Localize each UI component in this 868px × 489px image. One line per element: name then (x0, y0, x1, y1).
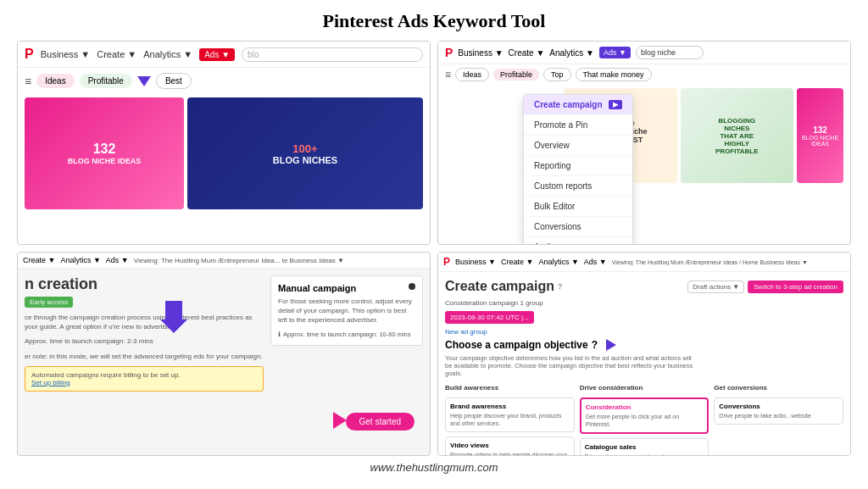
ss1-card2-num: 100+ (292, 142, 317, 155)
ss2-dropdown-bulk[interactable]: Bulk Editor (524, 197, 632, 217)
ss2-filter-icon: ≡ (445, 69, 451, 81)
ss3-setup-billing-link[interactable]: Set up billing (31, 379, 70, 386)
ss4-card-catalogue-name: Catalogue sales (585, 443, 704, 451)
ss1-blog-niches-wide: 100+ BLOG NICHES (187, 97, 423, 209)
ss4-obj-help-icon: ? (592, 339, 598, 351)
ss2-card-num: 132 (813, 125, 827, 135)
ss2-dropdown-reporting[interactable]: Reporting (524, 156, 632, 176)
ss3-timing: Approx. time to launch campaign: 2-3 min… (25, 336, 264, 346)
ss2-nav-ads[interactable]: Ads ▼ (599, 47, 631, 58)
ss4-card-brand[interactable]: Brand awareness Help people discover you… (445, 397, 575, 432)
ss3-left-panel: n creation Early access ce through the c… (25, 275, 264, 439)
screenshot-3: Create ▼ Analytics ▼ Ads ▼ Viewing: The … (17, 252, 431, 456)
screenshots-grid: P Business ▼ Create ▼ Analytics ▼ Ads ▼ … (0, 41, 868, 456)
ss4-switch-btn[interactable]: Switch to 3-step ad creation (748, 281, 843, 293)
ss4-card-video[interactable]: Video views Promote videos to help peopl… (445, 436, 575, 456)
ss1-card1-text: BLOG NICHE IDEAS (68, 157, 142, 165)
ss4-card-video-name: Video views (450, 442, 570, 449)
ss1-search[interactable]: blo (242, 47, 423, 62)
ss3-manual-card-title: Manual campaign (278, 283, 415, 293)
ss3-body-text-2: er note: in this mode, we will set the a… (25, 352, 264, 361)
ss4-nav-analytics[interactable]: Analytics ▼ (538, 258, 578, 266)
ss4-card-consideration[interactable]: Consideration Get more people to click y… (580, 397, 709, 434)
ss4-col-awareness-title: Build awareness (445, 384, 575, 392)
ss3-nav-analytics[interactable]: Analytics ▼ (60, 256, 100, 264)
ss2-chip-top[interactable]: Top (543, 68, 571, 81)
ss1-nav: P Business ▼ Create ▼ Analytics ▼ Ads ▼ … (18, 42, 430, 68)
ss3-manual-card-body: For those seeking more control, adjust e… (278, 297, 415, 325)
ss1-filter-icon: ≡ (25, 75, 31, 88)
ss4-content: Create campaign ? Draft actions ▼ Switch… (438, 272, 850, 456)
ss4-card-brand-desc: Help people discover your brand, product… (450, 412, 570, 427)
pinterest-logo-1: P (25, 47, 34, 62)
ss3-content: n creation Early access ce through the c… (18, 269, 430, 446)
ss2-dropdown: Create campaign ▶ Promote a Pin Overview… (523, 94, 633, 245)
ss4-nav-create[interactable]: Create ▼ (501, 258, 533, 266)
ss2-nav: P Business ▼ Create ▼ Analytics ▼ Ads ▼ … (438, 42, 850, 64)
ss3-dot (409, 283, 415, 290)
ss4-viewing: Viewing: The Hustling Mum /Entrepreneur … (612, 259, 845, 265)
ss4-new-ad-group[interactable]: New ad group (445, 328, 843, 336)
ss2-nav-business[interactable]: Business ▼ (458, 48, 503, 58)
ss4-card-brand-name: Brand awareness (450, 403, 570, 410)
ss3-warning-box: Automated campaigns require billing to b… (25, 366, 264, 392)
ss1-chip-ideas[interactable]: Ideas (36, 74, 74, 88)
ss4-arrow-blue-icon (606, 339, 616, 351)
pinterest-logo-4: P (443, 256, 450, 268)
ss4-objectives-grid: Build awareness Brand awareness Help peo… (445, 384, 843, 456)
ss1-nav-create[interactable]: Create ▼ (97, 49, 136, 59)
ss4-draft-actions[interactable]: Draft actions ▼ (687, 281, 744, 293)
ss3-pink-arrow-icon (333, 412, 347, 432)
ss3-body-text-1: ce through the campaign creation process… (25, 313, 264, 331)
footer: www.thehustlingmum.com (0, 456, 868, 474)
ss1-nav-analytics[interactable]: Analytics ▼ (143, 49, 192, 59)
ss1-chip-profitable[interactable]: Profitable (80, 74, 132, 88)
ss4-header-row: Create campaign ? Draft actions ▼ Switch… (445, 279, 843, 294)
ss4-date-row: 2023-08-30 07:42 UTC |... (445, 311, 843, 324)
ss2-search[interactable]: blog niche (636, 46, 704, 59)
ss1-nav-business[interactable]: Business ▼ (41, 49, 91, 59)
ss4-create-title: Create campaign (445, 279, 554, 294)
ss1-card2-text: BLOG NICHES (273, 155, 337, 165)
ss3-arrow-down-big (160, 301, 187, 333)
screenshot-1: P Business ▼ Create ▼ Analytics ▼ Ads ▼ … (17, 41, 431, 245)
ss1-filter-row: ≡ Ideas Profitable Best (18, 68, 430, 94)
ss4-card-video-desc: Promote videos to help people discover y… (450, 451, 570, 456)
ss3-warning-text: Automated campaigns require billing to b… (31, 371, 181, 379)
ss2-blog-niche-sm: 132 BLOG NICHE IDEAS (797, 88, 843, 183)
ss4-card-conversions-name: Conversions (719, 403, 838, 410)
ss1-nav-ads[interactable]: Ads ▼ (199, 48, 235, 61)
ss3-get-started-button[interactable]: Get started (346, 413, 415, 431)
ss4-card-conversions[interactable]: Conversions Drive people to take actio..… (714, 397, 843, 425)
ss4-nav-ads[interactable]: Ads ▼ (584, 258, 607, 266)
ss3-campaign-title: n creation (25, 275, 264, 293)
ss2-dropdown-audiences[interactable]: Audiences (524, 237, 632, 245)
ss2-nav-analytics[interactable]: Analytics ▼ (549, 48, 594, 58)
ss2-chip-money[interactable]: That make money (576, 68, 652, 81)
ss2-chip-ideas[interactable]: Ideas (455, 68, 489, 81)
ss3-manual-timing: ℹApprox. time to launch campaign: 10-60 … (278, 331, 415, 338)
ss2-dropdown-promote[interactable]: Promote a Pin (524, 115, 632, 136)
ss4-col-conversions-title: Get conversions (714, 384, 843, 392)
ss3-nav-ads[interactable]: Ads ▼ (106, 256, 129, 264)
ss2-nav-create[interactable]: Create ▼ (509, 48, 545, 58)
ss4-objective-title: Choose a campaign objective ? (445, 339, 843, 351)
ss1-chip-best[interactable]: Best (156, 73, 192, 89)
ss4-nav-business[interactable]: Business ▼ (455, 258, 496, 266)
ss2-dropdown-create[interactable]: Create campaign ▶ (524, 95, 632, 115)
ss4-col-awareness: Build awareness Brand awareness Help peo… (445, 384, 575, 456)
ss2-blogging-title: BLOGGING NICHES THAT ARE HIGHLY PROFITAB… (715, 117, 759, 155)
ss1-blog-niche-card: 132 BLOG NICHE IDEAS (25, 97, 184, 209)
ss2-dropdown-overview[interactable]: Overview (524, 136, 632, 156)
ss4-card-catalogue[interactable]: Catalogue sales Drive sales on your prod… (580, 438, 709, 456)
screenshot-2: P Business ▼ Create ▼ Analytics ▼ Ads ▼ … (437, 41, 851, 245)
ss4-card-catalogue-desc: Drive sales on your produ.. ads (585, 453, 704, 456)
ss4-card-conversions-desc: Drive people to take actio.. website (719, 412, 838, 420)
ss2-chip-profitable[interactable]: Profitable (493, 69, 539, 81)
ss2-dropdown-custom[interactable]: Custom reports (524, 176, 632, 197)
ss1-content: 132 BLOG NICHE IDEAS 100+ BLOG NICHES (18, 94, 430, 213)
ss4-date-badge: 2023-08-30 07:42 UTC |... (445, 311, 534, 324)
ss4-objective-desc: Your campaign objective determines how y… (445, 354, 699, 377)
ss2-dropdown-conversions[interactable]: Conversions (524, 217, 632, 237)
ss3-nav-create[interactable]: Create ▼ (23, 256, 55, 264)
